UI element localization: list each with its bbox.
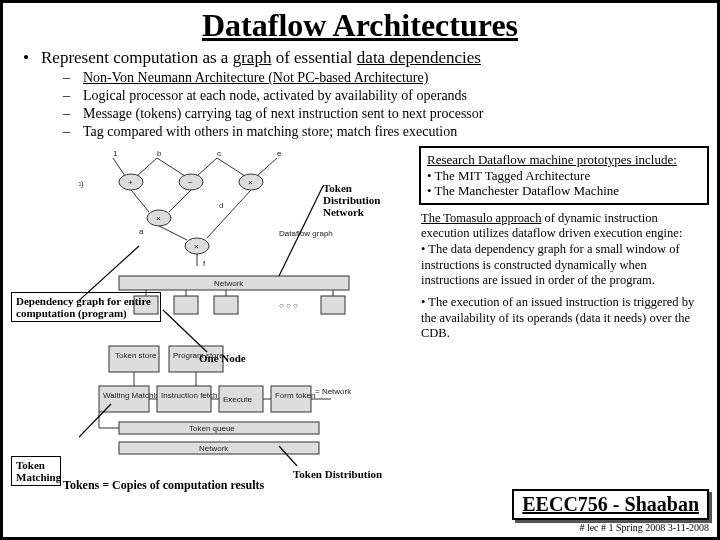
svg-line-17 [169, 190, 191, 212]
svg-text:×: × [156, 214, 161, 223]
svg-text:−: − [188, 178, 193, 187]
sub-bullet-2: Logical processor at each node, activate… [83, 88, 467, 104]
svg-rect-36 [214, 296, 238, 314]
svg-text:c: c [217, 149, 221, 158]
tomasulo-text-2: • The execution of an issued instruction… [419, 295, 709, 342]
svg-line-5 [137, 158, 157, 176]
footer: EECC756 - Shaaban # lec # 1 Spring 2008 … [512, 489, 709, 533]
page-title: Dataflow Architectures [3, 3, 717, 44]
svg-text:= Network: = Network [315, 387, 352, 396]
svg-text:○ ○ ○: ○ ○ ○ [279, 301, 298, 310]
tomasulo-text: The Tomasulo approach of dynamic instruc… [419, 211, 709, 289]
svg-text:f: f [203, 259, 206, 268]
callout-token-matching: Token Matching [11, 456, 61, 486]
svg-text:b: b [157, 149, 162, 158]
svg-line-8 [217, 158, 245, 176]
svg-line-9 [257, 158, 277, 176]
main-bullet: • Represent computation as a graph of es… [23, 48, 703, 68]
svg-line-22 [159, 226, 187, 240]
bullet-area: • Represent computation as a graph of es… [3, 44, 717, 140]
svg-text:e: e [277, 149, 282, 158]
svg-text:Execute: Execute [223, 395, 252, 404]
footer-meta: # lec # 1 Spring 2008 3-11-2008 [512, 522, 709, 533]
sub-bullet-3: Message (tokens) carrying tag of next in… [83, 106, 483, 122]
svg-text:Dataflow graph: Dataflow graph [279, 229, 333, 238]
sub-bullets: –Non-Von Neumann Architecture (Not PC-ba… [23, 70, 703, 140]
svg-text:1: 1 [113, 149, 118, 158]
svg-text:Token queue: Token queue [189, 424, 235, 433]
svg-text:×: × [248, 178, 253, 187]
svg-text:Network: Network [199, 444, 229, 453]
sub-bullet-4: Tag compared with others in matching sto… [83, 124, 457, 140]
svg-text:a: a [139, 227, 144, 236]
svg-line-4 [113, 158, 125, 176]
callout-token-distribution: Token Distribution [293, 468, 382, 480]
bullet-dot: • [23, 48, 33, 68]
svg-line-7 [197, 158, 217, 176]
svg-line-21 [207, 190, 251, 238]
svg-line-71 [79, 404, 111, 466]
svg-text:d: d [219, 201, 223, 210]
svg-text:Token store: Token store [115, 351, 157, 360]
svg-line-16 [131, 190, 149, 212]
tokens-equation: Tokens = Copies of computation results [63, 478, 264, 493]
svg-rect-38 [321, 296, 345, 314]
svg-text:Form token: Form token [275, 391, 315, 400]
content-area: 1 b c e + − × × d a × f a = (b +1) × (b … [3, 142, 717, 494]
svg-line-6 [157, 158, 185, 176]
callout-dependency-graph: Dependency graph for entire computation … [11, 292, 161, 322]
svg-text:+: + [128, 178, 133, 187]
course-label: EECC756 - Shaaban [512, 489, 709, 520]
sub-bullet-1: Non-Von Neumann Architecture (Not PC-bas… [83, 70, 428, 86]
svg-text:×: × [194, 242, 199, 251]
svg-rect-35 [174, 296, 198, 314]
callout-token-dist-network: Token Distribution Network [323, 182, 393, 218]
research-box: Research Dataflow machine prototypes inc… [419, 146, 709, 205]
svg-text:Network: Network [214, 279, 244, 288]
callout-one-node: One Node [199, 352, 246, 364]
svg-text:a = (b +1) × (b − c): a = (b +1) × (b − c) [79, 179, 84, 188]
svg-text:Instruction fetch: Instruction fetch [161, 391, 217, 400]
right-column: Research Dataflow machine prototypes inc… [419, 146, 709, 348]
